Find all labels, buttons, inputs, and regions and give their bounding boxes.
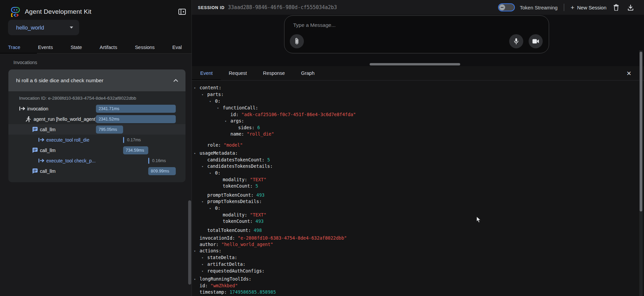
json-line-parts: ▾parts: — [192, 91, 638, 98]
agent-run-icon — [25, 116, 34, 122]
json-line-role: role: "model" — [192, 142, 638, 148]
expand-toggle-icon[interactable]: ▾ — [194, 276, 200, 283]
duration-bar: 795.05ms — [96, 126, 123, 134]
json-key: modality: — [223, 177, 247, 182]
expand-toggle-icon[interactable]: ▾ — [209, 205, 215, 212]
json-value: "hello_world_agent" — [219, 242, 273, 247]
expand-toggle-icon[interactable]: ▾ — [202, 255, 207, 261]
trace-span-execute_tool[interactable]: execute_tool roll_die0.17ms — [8, 135, 185, 145]
json-key: id: — [200, 283, 208, 288]
token-streaming-toggle[interactable] — [498, 3, 515, 11]
json-value: 5 — [265, 157, 270, 162]
tab-artifacts[interactable]: Artifacts — [100, 45, 117, 50]
agent-select[interactable]: hello_world — [8, 20, 79, 35]
expand-toggle-icon[interactable]: ▾ — [194, 150, 200, 157]
expand-toggle-icon[interactable]: ▾ — [202, 261, 207, 268]
json-line-timestamp: timestamp: 1749586585.858985 — [192, 289, 638, 295]
json-key: content: — [200, 85, 221, 90]
session-id-value: 33aad288-9846-46f6-980d-cf555034a2b3 — [228, 4, 337, 10]
left-panel-scrollbar[interactable] — [188, 200, 191, 285]
left-tab-bar: TraceEventsStateArtifactsSessionsEval — [0, 41, 192, 54]
json-key: timestamp: — [200, 289, 227, 295]
detail-tab-event[interactable]: Event — [200, 70, 213, 76]
expand-toggle-icon[interactable]: ▾ — [202, 163, 207, 170]
trace-span-invocation[interactable]: invocation2341.71ms — [8, 103, 185, 114]
delete-session-icon[interactable] — [611, 3, 621, 12]
divider — [564, 4, 564, 11]
right-scrollbar-thumb[interactable] — [640, 52, 642, 211]
expand-toggle-icon[interactable]: ▾ — [202, 268, 207, 275]
export-session-icon[interactable] — [626, 3, 635, 12]
trace-section: Invocations hi roll a 6 side dice and ch… — [0, 54, 192, 296]
expand-toggle-icon[interactable]: ▾ — [194, 248, 200, 254]
json-line-tokenCount: tokenCount: 493 — [192, 218, 638, 225]
expand-toggle-icon[interactable]: ▾ — [225, 118, 230, 125]
adk-robot-logo-icon — [9, 5, 22, 18]
message-input-placeholder: Type a Message... — [293, 22, 336, 28]
main-area: SESSION ID 33aad288-9846-46f6-980d-cf555… — [192, 0, 644, 296]
video-camera-icon[interactable] — [529, 34, 543, 48]
new-session-label: New Session — [577, 5, 606, 10]
attach-file-icon[interactable] — [290, 34, 304, 48]
expand-toggle-icon[interactable]: ▾ — [194, 85, 200, 91]
span-label: execute_tool roll_die — [46, 137, 89, 143]
json-key: requestedAuthConfigs: — [207, 268, 265, 274]
json-key: author: — [200, 242, 219, 247]
json-value: "e-2808fd10-6383-4754-8de4-632af8022dbb" — [235, 235, 347, 241]
duration-bar: 734.59ms — [123, 146, 148, 154]
tab-events[interactable]: Events — [38, 45, 53, 50]
json-value: 1749586585.858985 — [227, 289, 276, 295]
chat-horizontal-scrollbar[interactable] — [370, 63, 460, 65]
start-arrow-icon — [38, 138, 46, 142]
span-label: execute_tool check_p... — [46, 158, 96, 163]
tab-state[interactable]: State — [70, 45, 82, 50]
json-key: 0: — [215, 170, 220, 176]
json-line-totalTokenCount: totalTokenCount: 498 — [192, 227, 638, 234]
expand-toggle-icon[interactable]: ▾ — [217, 105, 223, 111]
json-key: tokenCount: — [223, 183, 253, 189]
invocation-card[interactable]: hi roll a 6 side dice and check number — [8, 69, 185, 91]
json-value: "wmZhkbed" — [208, 283, 237, 288]
json-line-promptTokenCount: promptTokenCount: 493 — [192, 192, 638, 198]
detail-tab-graph[interactable]: Graph — [301, 70, 314, 76]
json-key: longRunningToolIds: — [200, 276, 251, 282]
json-value: 498 — [251, 228, 262, 233]
duration-tick — [148, 158, 149, 164]
trace-waterfall: Invocation ID: e-2808fd10-6383-4754-8de4… — [8, 91, 185, 182]
tab-sessions[interactable]: Sessions — [135, 45, 155, 50]
expand-toggle-icon[interactable]: ▾ — [209, 170, 215, 177]
trace-span-call_llm[interactable]: call_llm809.99ms — [8, 166, 185, 176]
json-value: 5 — [253, 183, 258, 189]
json-line-invocationId: invocationId: "e-2808fd10-6383-4754-8de4… — [192, 235, 638, 241]
json-key: functionCall: — [223, 105, 258, 110]
detail-tab-request[interactable]: Request — [229, 70, 247, 76]
duration-tick — [123, 137, 124, 143]
invocation-card-title: hi roll a 6 side dice and check number — [16, 78, 173, 84]
microphone-icon[interactable] — [509, 34, 523, 48]
duration-label: 0.16ms — [152, 158, 166, 164]
json-key: artifactDelta: — [207, 261, 246, 267]
close-icon[interactable]: ✕ — [625, 69, 633, 78]
tab-eval[interactable]: Eval — [172, 45, 182, 50]
tab-trace[interactable]: Trace — [8, 45, 20, 50]
json-value: "adk-caf25106-f0c7-451f-86e4-3c6d7e8f4fd… — [238, 112, 356, 117]
expand-toggle-icon[interactable]: ▾ — [202, 92, 207, 98]
trace-span-execute_tool[interactable]: execute_tool check_p...0.16ms — [8, 155, 185, 166]
message-input-box[interactable]: Type a Message... — [284, 15, 549, 53]
detail-tab-response[interactable]: Response — [263, 70, 285, 76]
session-id-label: SESSION ID — [198, 5, 225, 10]
expand-toggle-icon[interactable]: ▾ — [202, 199, 207, 205]
json-line-usageMetadata: ▾usageMetadata: — [192, 150, 638, 157]
app-title: Agent Development Kit — [25, 8, 92, 15]
expand-toggle-icon[interactable]: ▾ — [209, 98, 215, 105]
json-key: stateDelta: — [207, 255, 237, 260]
collapse-panel-icon[interactable] — [177, 7, 187, 17]
new-session-button[interactable]: + New Session — [571, 4, 606, 11]
trace-span-agent_run[interactable]: agent_run [hello_world_agent]2341.52ms — [8, 114, 185, 124]
json-key: totalTokenCount: — [207, 228, 251, 233]
json-line-longRunningToolIds: ▾longRunningToolIds: — [192, 276, 638, 283]
json-key: role: — [207, 142, 221, 148]
trace-span-call_llm[interactable]: call_llm734.59ms — [8, 145, 185, 155]
trace-span-call_llm[interactable]: call_llm795.05ms — [8, 124, 185, 135]
json-key: id: — [230, 112, 238, 117]
